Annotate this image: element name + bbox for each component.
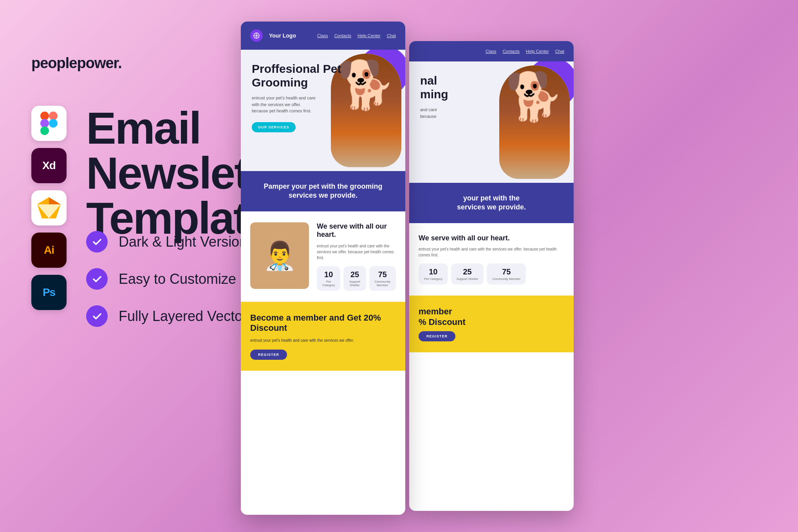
email-logo: [250, 29, 263, 42]
feature-text-1: Dark & Light Version: [119, 234, 247, 250]
sec-nav-chat: Chat: [555, 49, 564, 54]
nav-link-helpcenter: Help Center: [357, 33, 381, 38]
feature-text-2: Easy to Customize: [119, 271, 236, 287]
sec-nav-class: Class: [486, 49, 496, 54]
secondary-nav-links: Class Contacts Help Center Chat: [486, 49, 564, 54]
svg-rect-0: [40, 112, 49, 120]
email-content: 👨‍⚕️ We serve with all our heart. entrus…: [241, 211, 405, 302]
sec-stat-label-2: Support Shelter: [457, 277, 478, 281]
email-banner: Pamper your pet with the grooming servic…: [241, 171, 405, 211]
sec-hero-title: nal ming: [420, 74, 563, 101]
svg-rect-2: [40, 119, 49, 128]
content-title: We serve with all our heart.: [317, 222, 396, 239]
member-title: Become a member and Get 20% Discount: [250, 313, 396, 334]
sec-nav-contacts: Contacts: [503, 49, 520, 54]
sec-email-content: We serve with all our heart. entrust you…: [409, 223, 574, 296]
email-preview-main: Your Logo Class Contacts Help Center Cha…: [241, 22, 405, 515]
nav-link-class: Class: [317, 33, 328, 38]
hero-button[interactable]: OUR SERVICES: [252, 122, 296, 132]
email-preview-secondary: Class Contacts Help Center Chat nal ming…: [409, 41, 574, 511]
email-member: Become a member and Get 20% Discount ent…: [241, 302, 405, 371]
check-icon-1: [86, 231, 108, 252]
feature-item-3: Fully Layered Vector: [86, 305, 247, 327]
feature-text-3: Fully Layered Vector: [119, 308, 247, 325]
stat-label-2: Support Shelter: [349, 280, 360, 287]
email-hero: Proffesional Pet Grooming entrust your p…: [241, 50, 405, 171]
sec-content-row: We serve with all our heart. entrust you…: [419, 234, 564, 285]
tool-icons-column: Xd Ai Ps: [31, 106, 67, 310]
brand-name: peoplepower.: [31, 55, 122, 72]
figma-icon: [31, 106, 67, 141]
sec-member-title: member % Discount: [419, 307, 564, 327]
svg-point-4: [49, 119, 58, 128]
sec-banner-text: your pet with the services we provide.: [419, 194, 564, 212]
sec-email-member: member % Discount REGISTER: [409, 296, 574, 352]
sec-stat-num-2: 25: [457, 267, 478, 276]
sec-nav-helpcenter: Help Center: [526, 49, 549, 54]
sec-stat-2: 25 Support Shelter: [451, 263, 484, 285]
svg-rect-1: [49, 112, 58, 120]
check-icon-2: [86, 268, 108, 290]
sec-email-hero: nal ming and carebecause: [409, 61, 574, 183]
stat-num-1: 10: [322, 270, 335, 279]
stat-num-2: 25: [349, 270, 360, 279]
stats-row: 10 Pet Category 25 Support Shelter 75 Co…: [317, 266, 396, 291]
feature-item-1: Dark & Light Version: [86, 231, 247, 252]
sec-stat-num-3: 75: [492, 267, 520, 276]
ps-icon: Ps: [31, 275, 67, 310]
stat-label-3: Community Member: [375, 280, 390, 287]
content-desc: entrust your pet's health and care with …: [317, 243, 396, 261]
ai-icon: Ai: [31, 233, 67, 268]
content-row: 👨‍⚕️ We serve with all our heart. entrus…: [250, 222, 396, 291]
sec-stat-num-1: 10: [424, 267, 442, 276]
sec-content-desc: entrust your pet's health and care with …: [419, 246, 564, 258]
email-brand: Your Logo: [269, 32, 311, 39]
sec-email-banner: your pet with the services we provide.: [409, 183, 574, 223]
email-nav-links: Class Contacts Help Center Chat: [317, 33, 396, 38]
feature-list: Dark & Light Version Easy to Customize F…: [86, 231, 247, 327]
hero-subtitle: entrust your pet's health and care with …: [252, 95, 318, 114]
sec-hero-subtitle: and carebecause: [420, 106, 487, 119]
xd-icon: Xd: [31, 148, 67, 183]
nav-link-chat: Chat: [387, 33, 396, 38]
stat-num-3: 75: [375, 270, 390, 279]
stat-pet-category: 10 Pet Category: [317, 266, 340, 291]
feature-item-2: Easy to Customize: [86, 268, 247, 290]
sec-stat-label-3: Community Member: [492, 277, 520, 281]
sec-content-title: We serve with all our heart.: [419, 234, 564, 243]
svg-rect-3: [40, 126, 49, 135]
sec-member-button[interactable]: REGISTER: [419, 331, 455, 341]
sec-stat-1: 10 Pet Category: [419, 263, 448, 285]
sec-stat-label-1: Pet Category: [424, 277, 442, 281]
email-nav: Your Logo Class Contacts Help Center Cha…: [241, 22, 405, 50]
sec-stat-3: 75 Community Member: [487, 263, 526, 285]
stat-label-1: Pet Category: [322, 280, 335, 287]
banner-text: Pamper your pet with the grooming servic…: [250, 182, 396, 200]
member-button[interactable]: REGISTER: [250, 350, 287, 360]
stat-support-shelter: 25 Support Shelter: [343, 266, 366, 291]
sec-stats-row: 10 Pet Category 25 Support Shelter 75 Co…: [419, 263, 564, 285]
member-desc: entrust your pet's health and care with …: [250, 337, 396, 343]
vet-image: 👨‍⚕️: [250, 222, 309, 289]
check-icon-3: [86, 305, 108, 327]
email-nav-secondary: Class Contacts Help Center Chat: [409, 41, 574, 61]
nav-link-contacts: Contacts: [334, 33, 351, 38]
stat-community: 75 Community Member: [369, 266, 396, 291]
hero-title: Proffesional Pet Grooming: [252, 62, 394, 89]
content-text: We serve with all our heart. entrust you…: [317, 222, 396, 291]
sketch-icon: [31, 190, 67, 225]
sec-content-text: We serve with all our heart. entrust you…: [419, 234, 564, 285]
